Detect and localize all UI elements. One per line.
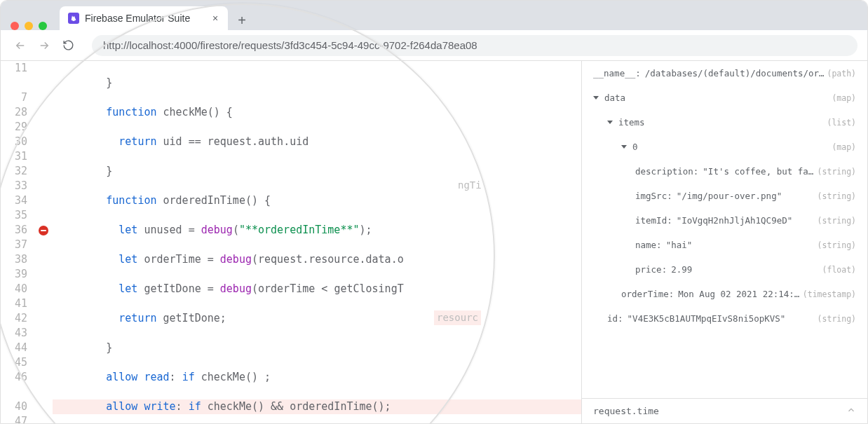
field-itemid: itemId: "IoVgqH2nhJljAh1QC9eD" (string) [582, 208, 867, 233]
tab-strip: Firebase Emulator Suite × + [1, 1, 867, 30]
caret-down-icon [621, 145, 627, 149]
tab-close-icon[interactable]: × [210, 13, 221, 24]
line-gutter: 1172829303132333435363738394041424344454… [1, 61, 34, 423]
marker-column [34, 61, 53, 423]
field-ordertime: orderTime: Mon Aug 02 2021 22:14:46 GM… … [582, 282, 867, 306]
window-close-dot[interactable] [11, 22, 19, 30]
favicon-firebase-icon [68, 13, 79, 24]
field-price: price: 2.99 (float) [582, 257, 867, 282]
reload-button[interactable] [58, 36, 78, 55]
error-marker-icon[interactable] [39, 226, 48, 235]
field-name: __name__: /databases/(default)/documents… [582, 61, 867, 86]
browser-tab[interactable]: Firebase Emulator Suite × [60, 6, 228, 30]
field-item-0[interactable]: 0 (map) [582, 135, 867, 159]
field-data[interactable]: data (map) [582, 86, 867, 110]
field-id: id: "V4E3K5cB1AUTMpqEIvS8ni5opKVS" (stri… [582, 306, 867, 331]
tab-title: Firebase Emulator Suite [85, 13, 204, 24]
traffic-lights [11, 22, 47, 30]
back-button[interactable] [11, 36, 30, 55]
field-imgsrc: imgSrc: "/img/pour-over.png" (string) [582, 184, 867, 208]
toolbar: http://localhost:4000/firestore/requests… [1, 30, 867, 61]
field-itemname: name: "hai" (string) [582, 233, 867, 257]
caret-down-icon [607, 121, 613, 124]
browser-window: Firebase Emulator Suite × + http://local… [0, 0, 868, 424]
window-zoom-dot[interactable] [39, 22, 47, 30]
window-minimize-dot[interactable] [25, 22, 33, 30]
address-bar[interactable]: http://localhost:4000/firestore/requests… [92, 35, 857, 56]
field-description: description: "It's coffee, but fanc… (st… [582, 159, 867, 184]
code-panel: 1172829303132333435363738394041424344454… [1, 61, 581, 423]
forward-button[interactable] [34, 36, 54, 55]
footer-label: request.time [593, 406, 659, 416]
chevron-up-icon [846, 405, 856, 417]
inspector-footer[interactable]: request.time [582, 398, 867, 423]
content-area: 1172829303132333435363738394041424344454… [1, 61, 867, 423]
new-tab-button[interactable]: + [232, 11, 252, 30]
field-items[interactable]: items (list) [582, 110, 867, 135]
url-text: http://localhost:4000/firestore/requests… [103, 39, 477, 51]
code-editor[interactable]: } function checkMe() { return uid == req… [53, 61, 581, 423]
caret-down-icon [593, 96, 599, 100]
request-inspector: __name__: /databases/(default)/documents… [581, 61, 867, 423]
